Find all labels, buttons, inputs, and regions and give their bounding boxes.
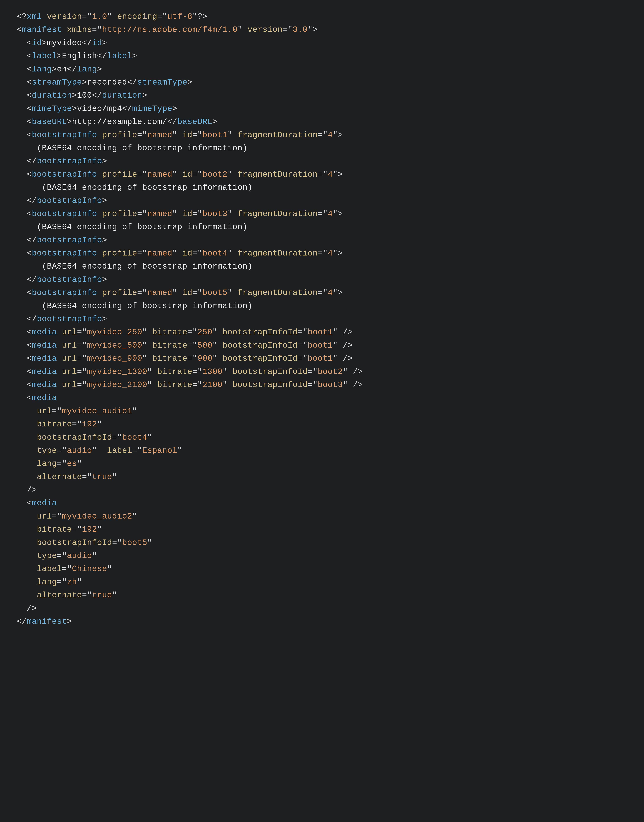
xml-code-block: <?xml version="1.0" encoding="utf-8"?> <…: [0, 0, 644, 638]
